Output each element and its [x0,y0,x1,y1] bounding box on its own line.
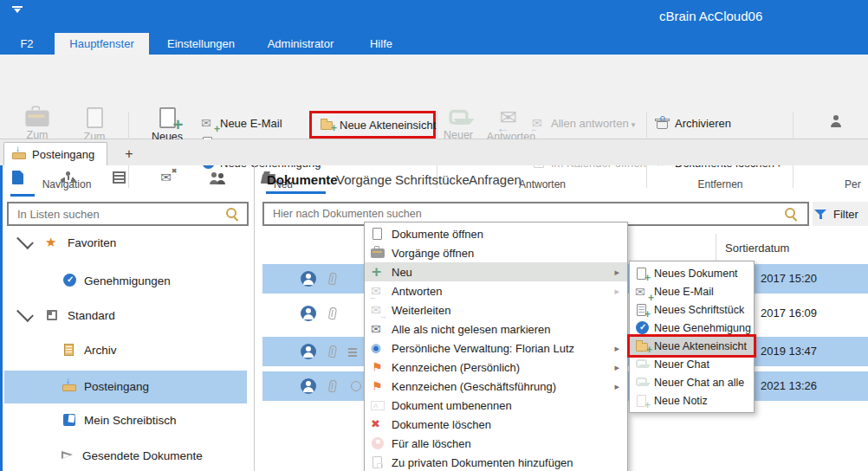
sidebar-item-favoriten[interactable]: Favoriten [45,236,116,249]
archive-box-icon [657,121,668,129]
sidebar-splitter[interactable] [254,165,255,471]
menu-item-weiterleiten[interactable]: Weiterleiten [365,300,627,319]
submenu-item-neue-notiz[interactable]: Neue Notiz [630,391,754,410]
submenu-item-neuer-chat[interactable]: Neuer Chat [630,355,754,373]
new-document-icon [159,107,176,128]
reply-icon [499,106,522,129]
search-icon[interactable] [226,208,240,220]
document-icon [87,107,103,128]
forward-icon [371,303,385,317]
neue-email-button[interactable]: Neue E-Mail [201,113,282,132]
document-icon [372,228,382,240]
sidebar-item-genehmigungen[interactable]: Genehmigungen [62,274,171,287]
inbox-icon [62,379,76,391]
menu-item-kennzeichen-persoenlich[interactable]: Kennzeichen (Persönlich) ▸ [365,358,627,377]
menu-item-persoenliche-verwaltung[interactable]: Persönliche Verwaltung: Florian Lutz ▸ [365,339,627,358]
archivieren-button[interactable]: Archivieren [656,113,731,132]
sidebar-item-posteingang-selected[interactable]: Posteingang [4,371,247,403]
menu-tab-hilfe[interactable]: Hilfe [348,33,414,55]
avatar-icon [301,378,316,394]
submenu-item-neue-akteneinsicht[interactable]: Neue Akteneinsicht [630,337,754,355]
menu-item-zu-privaten-dokumenten[interactable]: Zu privaten Dokumenten hinzufügen [365,453,627,471]
submenu-arrow-icon: ▸ [614,267,619,278]
menu-item-vorgaenge-oeffnen[interactable]: Vorgänge öffnen [365,243,627,262]
flag-icon [371,379,385,393]
chevron-down-icon [16,232,34,249]
tab-schriftstuecke[interactable]: Schriftstücke [395,172,470,187]
status-circle-icon [351,381,361,391]
group-label-entfernen: Entfernen [650,178,791,190]
tab-anfragen[interactable]: Anfragen [469,172,521,187]
mail-remove-view-icon[interactable] [160,171,174,184]
tree-expander-favoriten[interactable] [17,239,33,245]
new-chat-icon [636,377,647,386]
window-left-edge [0,165,3,471]
row-sortierdatum: 2019 13:47 [761,337,817,366]
menu-bar: F2 Hauptfenster Einstellungen Administra… [0,33,868,55]
standard-folder-icon [47,310,57,320]
rename-icon [371,401,385,410]
context-menu: Dokumente öffnen Vorgänge öffnen Neu ▸ A… [364,222,628,471]
paperclip-icon [328,306,337,319]
menu-tab-administrator[interactable]: Administrator [253,33,348,55]
contacts-view-icon[interactable] [210,172,225,184]
tab-vorgaenge[interactable]: Vorgänge [336,172,392,187]
neu-submenu: Neues Dokument Neue E-Mail Neues Schrift… [629,261,755,413]
neue-akteneinsicht-button[interactable]: Neue Akteneinsicht [309,111,436,139]
sidebar-item-standard[interactable]: Standard [45,308,115,322]
filter-icon [814,209,828,220]
menu-item-kennzeichen-geschaeftsfuehrung[interactable]: Kennzeichen (Geschäftsführung) ▸ [365,377,627,396]
allen-antworten-button[interactable]: Allen antworten [532,113,635,132]
eye-icon [371,341,385,355]
menu-item-fuer-alle-loeschen[interactable]: Für alle löschen [365,434,627,453]
menu-item-neu[interactable]: Neu ▸ [365,262,627,281]
reply-all-icon [532,116,546,130]
documents-view-icon[interactable] [12,171,23,184]
tab-dokumente[interactable]: Dokumente [267,172,338,187]
new-case-access-icon [321,121,333,130]
menu-item-dokument-umbenennen[interactable]: Dokument umbenennen [365,396,627,415]
sidebar-item-mein-schreibtisch[interactable]: Mein Schreibtisch [62,413,177,427]
menu-tab-f2[interactable]: F2 [0,33,54,55]
app-window: cBrain AcCloud06 F2 Hauptfenster Einstel… [0,0,868,471]
tab-posteingang[interactable]: Posteingang [3,142,107,165]
new-mail-icon [635,285,649,299]
submenu-arrow-icon: ▸ [614,286,619,297]
sidebar-item-gesendete-dokumente[interactable]: Gesendete Dokumente [61,448,203,462]
search-icon[interactable] [785,208,799,220]
submenu-item-neue-genehmigung[interactable]: Neue Genehmigung [630,319,754,337]
new-note-icon [637,395,646,407]
private-document-icon [372,456,382,468]
menu-item-alle-als-nicht-gelesen[interactable]: Alle als nicht gelesen markieren [365,319,627,339]
submenu-item-neue-email[interactable]: Neue E-Mail [630,282,754,300]
send-icon [62,451,73,459]
sidebar-item-archiv[interactable]: Archiv [62,343,117,357]
menu-item-dokumente-oeffnen[interactable]: Dokumente öffnen [365,224,627,243]
filter-button[interactable]: Filter [813,202,868,226]
column-header-sortierdatum[interactable]: Sortierdatum [725,242,789,255]
menu-item-dokumente-loeschen[interactable]: Dokumente löschen [365,415,627,434]
submenu-item-neues-dokument[interactable]: Neues Dokument [630,264,754,282]
case-icon [25,110,49,126]
menu-tab-einstellungen[interactable]: Einstellungen [149,33,253,55]
case-icon [371,248,385,258]
chevron-down-icon [16,305,34,322]
quick-access-icon[interactable] [12,6,26,20]
shelf-view-icon[interactable] [113,171,126,184]
submenu-item-neuer-chat-an-alle[interactable]: Neuer Chat an alle [630,373,754,391]
flag-icon [371,360,385,374]
network-view-icon[interactable] [61,171,76,184]
sidebar-search-input[interactable] [9,203,226,224]
delete-all-icon [372,437,384,449]
menu-item-antworten[interactable]: Antworten ▸ [365,281,627,300]
new-tab-button[interactable]: + [118,142,140,165]
menu-tab-hauptfenster[interactable]: Hauptfenster [55,33,149,55]
delete-icon [371,417,385,431]
new-document-icon [637,268,646,280]
desktop-icon [63,414,75,426]
submenu-item-neues-schriftstueck[interactable]: Neues Schriftstück [630,300,754,319]
tree-expander-standard[interactable] [17,312,33,318]
column-divider [716,234,716,262]
submenu-arrow-icon: ▸ [614,343,619,354]
new-chat-icon [449,110,468,125]
